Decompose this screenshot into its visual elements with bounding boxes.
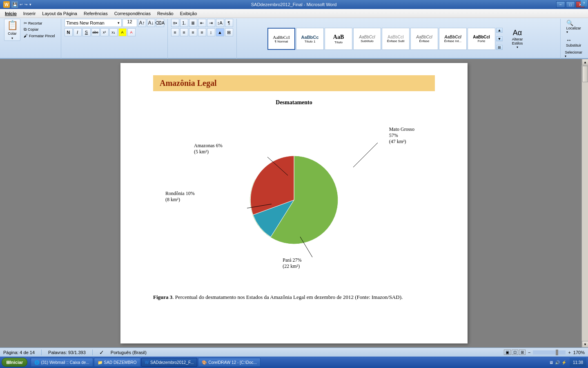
font-size-value: 12 [127, 19, 132, 24]
justify-button[interactable]: ≡ [198, 28, 206, 36]
label-mato-grosso: Mato Grosso 57% (47 km²) [389, 126, 414, 145]
style-enfase-int[interactable]: AaBbCcI Ênfase Int... [439, 28, 467, 50]
menu-inicio[interactable]: Início [2, 10, 20, 17]
line-spacing-button[interactable]: ↕ [207, 28, 215, 36]
show-marks-button[interactable]: ¶ [225, 19, 233, 27]
style-subtitulo[interactable]: AaBbCcI Subtítulo [353, 28, 381, 50]
save-icon[interactable]: 💾 [11, 1, 18, 8]
style-forte[interactable]: AaBbCcI Forte [468, 28, 495, 50]
print-view-button[interactable]: ▣ [504, 350, 511, 355]
multilevel-list-button[interactable]: ≣ [189, 19, 197, 27]
style-enfase-sutil[interactable]: AaBbCcI Ênfase Sutil [382, 28, 410, 50]
menu-inserir[interactable]: Inserir [20, 10, 39, 17]
align-center-button[interactable]: ≡ [180, 28, 188, 36]
decrease-font-button[interactable]: A↓ [147, 19, 155, 27]
styles-down-button[interactable]: ▼ [496, 36, 503, 41]
subscript-button[interactable]: x₁ [109, 28, 118, 36]
scroll-track[interactable] [582, 65, 588, 341]
menu-exibicao[interactable]: Exibição [177, 10, 200, 17]
webmail-icon: 🌐 [34, 360, 39, 365]
svg-line-0 [353, 143, 378, 167]
increase-font-button[interactable]: A↑ [138, 19, 146, 27]
strikethrough-button[interactable]: abc [91, 28, 100, 36]
scroll-up-button[interactable]: ▲ [582, 59, 588, 65]
decrease-indent-button[interactable]: ⇤ [198, 19, 206, 27]
battery-icon[interactable]: ⚡ [561, 360, 566, 365]
find-button[interactable]: 🔍 Localizar ▾ [566, 19, 582, 35]
style-titulo1[interactable]: AaBbCc Título 1 [296, 28, 324, 50]
list-bullet-button[interactable]: ≡• [171, 19, 179, 27]
network-icon[interactable]: 🖥 [549, 360, 553, 365]
replace-button[interactable]: ↔ Substituir [565, 36, 582, 48]
underline-button[interactable]: S [82, 28, 91, 36]
sad-icon: 📁 [98, 360, 102, 365]
start-button[interactable]: ⊞ Iniciar [2, 358, 27, 367]
font-name-selector[interactable]: Times New Roman ▾ [65, 19, 122, 27]
clear-format-button[interactable]: ⌫A [156, 19, 164, 27]
taskbar-item-word[interactable]: W SADdezembro2012_F... [141, 358, 198, 367]
clipboard-group-content: 📋 Colar ▾ ✂ Recortar ⧉ Copiar 🖌 F [4, 19, 57, 65]
zoom-in-button[interactable]: + [568, 350, 570, 355]
style-titulo[interactable]: AaB Título [325, 28, 352, 50]
styles-more-button[interactable]: ⊞ [496, 45, 503, 50]
paste-button[interactable]: 📋 Colar ▾ [4, 19, 20, 41]
font-size-selector[interactable]: 12 [122, 19, 137, 27]
border-button[interactable]: ⊞ [225, 28, 233, 36]
full-screen-button[interactable]: ⊡ [512, 350, 518, 355]
font-format-row: N I S abc x² x₁ A A [65, 28, 136, 36]
paragraph-group-content: ≡• 1. ≣ ⇤ ⇥ ↕A ¶ ≡ ≡ ≡ ≡ ↕ ▲ ⊞ [171, 19, 233, 65]
menu-layout[interactable]: Layout da Página [39, 10, 80, 17]
align-right-button[interactable]: ≡ [189, 28, 197, 36]
highlight-button[interactable]: A [118, 28, 127, 36]
clock: 11:38 [570, 358, 586, 367]
bold-button[interactable]: N [65, 28, 73, 36]
word-options-button[interactable]: ? [581, 0, 587, 7]
style-normal[interactable]: AaBbCcI ¶ Normal [267, 28, 295, 50]
cut-button[interactable]: ✂ Recortar [22, 20, 57, 26]
scroll-thumb[interactable] [582, 66, 588, 82]
spell-check-icon[interactable]: ✓ [99, 349, 104, 356]
taskbar-item-webmail[interactable]: 🌐 (31) Webmail :: Caixa de... [31, 358, 93, 367]
menu-revisao[interactable]: Revisão [154, 10, 177, 17]
format-painter-button[interactable]: 🖌 Formatar Pincel [22, 33, 57, 38]
menu-correspondencias[interactable]: Correspondências [111, 10, 154, 17]
taskbar-item-sad[interactable]: 📁 SAD DEZEMBRO [94, 358, 140, 367]
maximize-button[interactable]: □ [566, 1, 575, 8]
ribbon: 📋 Colar ▾ ✂ Recortar ⧉ Copiar 🖌 F [0, 18, 588, 59]
styles-up-button[interactable]: ▲ [496, 28, 503, 33]
change-styles-section: Aα Alterar Estilos ▾ [503, 28, 530, 50]
corel-label: CorelDRAW 12 - [C:\Doc... [208, 360, 257, 365]
zoom-thumb[interactable] [556, 350, 558, 355]
webmail-label: (31) Webmail :: Caixa de... [41, 360, 89, 365]
increase-indent-button[interactable]: ⇥ [207, 19, 215, 27]
edit-group-content: 🔍 Localizar ▾ ↔ Substituir Selecionar ▾ [564, 19, 583, 65]
paste-label: Colar [8, 31, 17, 36]
vertical-scrollbar[interactable]: ▲ ▼ [581, 59, 588, 348]
volume-icon[interactable]: 🔊 [555, 360, 560, 365]
font-color-button[interactable]: A [127, 28, 136, 36]
format-painter-label: Formatar Pincel [29, 34, 55, 38]
scroll-down-button[interactable]: ▼ [582, 341, 588, 348]
copy-button[interactable]: ⧉ Copiar [22, 27, 57, 32]
minimize-button[interactable]: − [556, 1, 565, 8]
shading-button[interactable]: ▲ [216, 28, 224, 36]
list-number-button[interactable]: 1. [180, 19, 188, 27]
web-view-button[interactable]: ⊞ [519, 350, 526, 355]
zoom-out-button[interactable]: − [528, 350, 530, 355]
header-text: Amazônia Legal [160, 79, 428, 88]
zoom-slider[interactable] [533, 350, 566, 355]
select-button[interactable]: Selecionar ▾ [564, 49, 583, 59]
align-left-button[interactable]: ≡ [171, 28, 179, 36]
undo-icon[interactable]: ↩ [20, 2, 23, 7]
italic-button[interactable]: I [74, 28, 82, 36]
redo-icon[interactable]: ↪ [24, 2, 28, 7]
styles-group: AaBbCcI ¶ Normal AaBbCc Título 1 AaB Tít… [237, 19, 561, 65]
menu-bar: Início Inserir Layout da Página Referênc… [0, 9, 588, 18]
menu-referencias[interactable]: Referências [80, 10, 111, 17]
superscript-button[interactable]: x² [100, 28, 109, 36]
status-bar: Página: 4 de 14 Palavras: 93/1.393 ✓ Por… [0, 348, 588, 357]
sort-button[interactable]: ↕A [216, 19, 224, 27]
style-enfase[interactable]: AaBbCcI Ênfase [410, 28, 438, 50]
taskbar-item-coreldraw[interactable]: 🎨 CorelDRAW 12 - [C:\Doc... [198, 358, 261, 367]
change-styles-button[interactable]: Aα Alterar Estilos ▾ [505, 28, 530, 50]
